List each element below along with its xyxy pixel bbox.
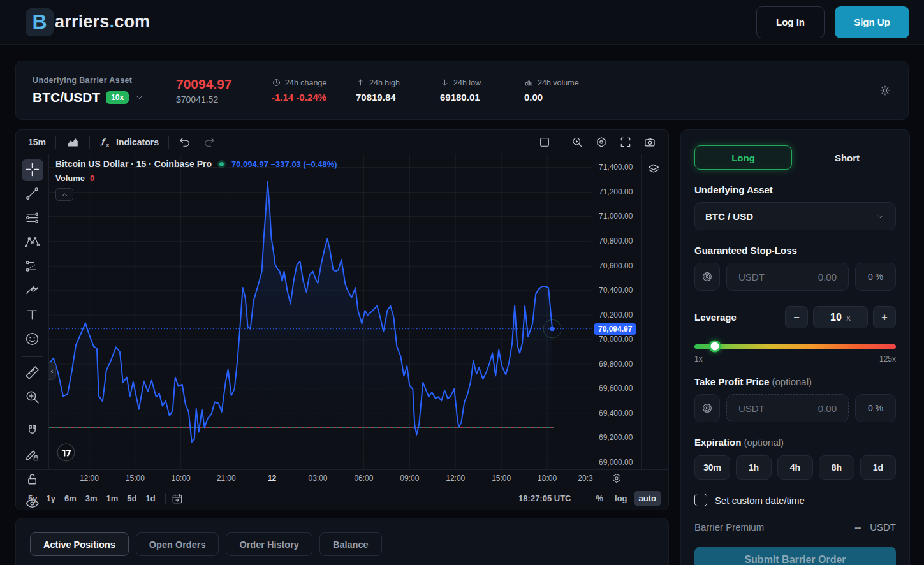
time-axis[interactable]: 12:0015:0018:0021:001203:0006:0009:0012:… <box>49 470 592 487</box>
snapshot-button[interactable] <box>638 133 662 151</box>
leverage-slider-thumb[interactable] <box>708 341 721 353</box>
xabcd-pattern-tool[interactable] <box>22 232 43 254</box>
undo-button[interactable] <box>173 133 197 151</box>
percent-scale-button[interactable]: % <box>591 491 608 506</box>
forecast-icon <box>24 258 40 276</box>
expiration-optional: (optional) <box>744 437 784 448</box>
market-stats-bar: Underlying Barrier Asset BTC/USDT 10x 70… <box>15 61 909 120</box>
tab-balance[interactable]: Balance <box>319 532 382 556</box>
brush-icon <box>24 282 40 300</box>
chart-panel: 15m ƒxIndicators Bitcoin US Dollar · 15 … <box>15 129 669 510</box>
leverage-slider[interactable] <box>694 341 896 352</box>
range-button-5y[interactable]: 5y <box>24 491 41 506</box>
underlying-asset-value: BTC / USD <box>705 211 753 222</box>
magnet-tool[interactable] <box>22 421 43 443</box>
ruler-tool[interactable] <box>22 363 43 385</box>
expiration-option-1d[interactable]: 1d <box>860 455 896 480</box>
tab-active-positions[interactable]: Active Positions <box>30 532 129 556</box>
tab-short[interactable]: Short <box>798 145 896 170</box>
goto-date-button[interactable] <box>171 492 184 505</box>
forecast-tool[interactable] <box>22 256 43 278</box>
toolbar-divider <box>22 415 43 415</box>
draw-lock-tool[interactable] <box>22 445 43 467</box>
toolbar-collapse-handle[interactable]: ‹ <box>48 362 56 380</box>
brush-tool[interactable] <box>22 281 43 302</box>
leverage-value: 10 <box>830 312 842 323</box>
price-axis[interactable]: 71,400.0071,200.0071,000.0070,800.0070,6… <box>592 154 642 469</box>
price-axis-label: 70,200.00 <box>599 311 633 319</box>
tradingview-logo[interactable] <box>57 443 75 462</box>
leverage-slider-track[interactable] <box>694 344 896 349</box>
brand-logo[interactable]: B arriers.com <box>26 8 150 36</box>
range-button-1d[interactable]: 1d <box>142 491 160 506</box>
chevron-down-icon <box>135 92 144 102</box>
expiration-option-1h[interactable]: 1h <box>736 455 772 480</box>
leverage-minus-button[interactable]: − <box>785 306 808 328</box>
take-profit-currency: USDT <box>738 403 765 414</box>
clock-utc-button[interactable]: 18:27:05 UTC <box>514 491 575 506</box>
auto-scale-button[interactable]: auto <box>634 491 661 506</box>
custom-datetime-row[interactable]: Set custom date/time <box>694 494 896 506</box>
svg-text:x: x <box>106 142 110 147</box>
barrier-premium-currency: USDT <box>870 522 896 532</box>
volume-label: 24h volume <box>538 78 579 87</box>
range-button-1y[interactable]: 1y <box>41 491 59 506</box>
log-scale-button[interactable]: log <box>610 491 632 506</box>
legend-collapse-button[interactable] <box>55 188 73 201</box>
indicators-button[interactable]: ƒxIndicators <box>94 133 165 151</box>
layout-square-icon <box>538 136 551 149</box>
pair-selector[interactable]: BTC/USDT 10x <box>33 90 176 105</box>
tab-order-history[interactable]: Order History <box>226 532 312 556</box>
range-button-6m[interactable]: 6m <box>60 491 81 506</box>
layout-button[interactable] <box>532 133 557 151</box>
custom-datetime-checkbox[interactable] <box>694 494 707 506</box>
axis-settings-button[interactable] <box>592 470 642 487</box>
low-label: 24h low <box>453 78 481 87</box>
redo-button[interactable] <box>197 133 221 151</box>
chart-type-button[interactable] <box>60 133 85 152</box>
stop-loss-percent-button[interactable]: 0 % <box>855 263 896 291</box>
stop-loss-input[interactable]: USDT 0.00 <box>726 263 849 291</box>
price-axis-label: 69,800.00 <box>599 360 633 369</box>
range-button-1m[interactable]: 1m <box>102 491 123 506</box>
price-axis-label: 70,600.00 <box>599 261 633 270</box>
layers-icon[interactable] <box>647 162 661 176</box>
settings-gear-icon[interactable] <box>879 84 891 97</box>
price-axis-label: 69,600.00 <box>599 384 633 393</box>
signup-button[interactable]: Sign Up <box>835 6 909 38</box>
text-tool[interactable] <box>22 305 43 327</box>
expiration-option-30m[interactable]: 30m <box>694 455 730 480</box>
take-profit-percent-button[interactable]: 0 % <box>855 394 896 422</box>
trend-line-tool[interactable] <box>22 184 43 205</box>
take-profit-target-button[interactable] <box>694 394 720 422</box>
chart-right-gutter <box>642 154 668 469</box>
range-button-3m[interactable]: 3m <box>81 491 102 506</box>
time-axis-label: 03:00 <box>308 474 327 483</box>
chart-settings-button[interactable] <box>589 133 613 151</box>
fullscreen-button[interactable] <box>613 133 638 151</box>
expiration-option-8h[interactable]: 8h <box>819 455 854 480</box>
underlying-asset-select[interactable]: BTC / USD <box>694 202 896 230</box>
emoji-tool[interactable] <box>22 329 43 351</box>
quick-search-button[interactable] <box>565 133 589 151</box>
zoom-in-tool[interactable] <box>22 387 43 409</box>
leverage-value-input[interactable]: 10 x <box>813 306 868 328</box>
crosshair-tool[interactable] <box>22 159 43 181</box>
leverage-plus-button[interactable]: + <box>873 306 896 328</box>
horizontal-lines-tool[interactable] <box>22 208 43 230</box>
positions-tabs-panel: Active PositionsOpen OrdersOrder History… <box>15 518 669 565</box>
stop-loss-target-button[interactable] <box>694 263 720 291</box>
submit-barrier-order-button[interactable]: Submit Barrier Order <box>694 547 896 565</box>
camera-icon <box>643 136 656 149</box>
take-profit-input[interactable]: USDT 0.00 <box>726 394 849 422</box>
range-button-5d[interactable]: 5d <box>122 491 141 506</box>
login-button[interactable]: Log In <box>756 6 825 38</box>
tab-long[interactable]: Long <box>694 145 792 170</box>
calendar-icon <box>171 492 184 505</box>
expiration-option-4h[interactable]: 4h <box>777 455 813 480</box>
symbol-title[interactable]: Bitcoin US Dollar · 15 · Coinbase Pro <box>55 159 212 169</box>
chart-plot[interactable]: Bitcoin US Dollar · 15 · Coinbase Pro 70… <box>49 154 592 469</box>
tab-open-orders[interactable]: Open Orders <box>136 532 219 556</box>
interval-button[interactable]: 15m <box>22 135 52 150</box>
area-chart-icon <box>66 135 80 149</box>
